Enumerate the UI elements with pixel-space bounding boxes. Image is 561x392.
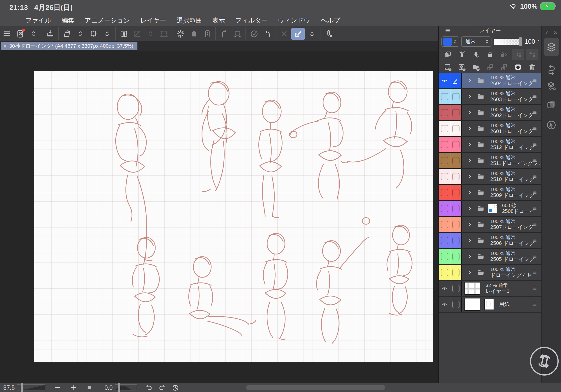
redo-icon[interactable] <box>158 383 166 392</box>
expand-chevron-icon[interactable] <box>467 94 473 100</box>
expand-chevron-icon[interactable] <box>467 109 473 116</box>
layer-row[interactable]: 100 % 通常2510 ドローイング <box>439 169 541 185</box>
layer-palette-cell-2[interactable] <box>450 185 462 200</box>
opacity-slider[interactable] <box>494 39 521 45</box>
opacity-slider-handle[interactable] <box>519 37 522 46</box>
lock-transparent-pixels-button[interactable] <box>470 49 482 60</box>
toolbar-updown-button[interactable] <box>144 27 157 40</box>
toolbar-export-tray-button[interactable] <box>43 27 57 40</box>
layer-row-menu-icon[interactable] <box>531 125 538 132</box>
toolbar-eraser-gem-button[interactable] <box>187 27 201 40</box>
toolbar-select-marquee-button[interactable] <box>157 27 171 40</box>
layer-row-main[interactable]: 100 % 通常2509 ドローイング <box>462 185 541 200</box>
layer-row-menu-icon[interactable] <box>531 157 538 163</box>
toolbar-folder-open-button[interactable] <box>60 27 74 40</box>
toolbar-updown-button[interactable] <box>74 27 87 40</box>
toolbar-check-circle-button[interactable] <box>247 27 261 40</box>
layer-palette-cell-1[interactable] <box>439 121 450 136</box>
toolbar-app-swirl-button[interactable] <box>13 27 27 40</box>
layer-row-menu-icon[interactable] <box>531 205 538 211</box>
layer-palette-cell-2[interactable] <box>450 233 462 248</box>
layer-palette-cell-2[interactable] <box>450 265 462 280</box>
menu-item-view[interactable]: 表示 <box>212 16 225 25</box>
expand-chevron-icon[interactable] <box>467 237 473 243</box>
layer-palette-cell-2[interactable] <box>450 217 462 232</box>
zoom-in-icon[interactable] <box>69 383 77 392</box>
menu-item-window[interactable]: ウィンドウ <box>278 16 310 25</box>
layer-row[interactable]: 100 % 通常2603ドローイング <box>439 89 541 105</box>
layer-row[interactable]: 100 % 通常2511ドローイングフォ <box>439 153 541 169</box>
layer-row-menu-icon[interactable] <box>531 253 538 260</box>
zoom-slider[interactable] <box>17 384 45 391</box>
layer-row-menu-icon[interactable] <box>531 93 538 100</box>
menu-item-file[interactable]: ファイル <box>25 16 52 25</box>
new-layer-button[interactable] <box>442 62 454 73</box>
layer-row[interactable]: 用紙 <box>439 297 541 313</box>
layer-row-main[interactable]: 32 % 通常レイヤー1 <box>462 281 541 296</box>
clipping-mask-button[interactable] <box>442 49 454 60</box>
layer-row-menu-icon[interactable] <box>531 301 538 307</box>
right-toolbar-layer-property-button[interactable] <box>544 78 559 94</box>
layer-palette-cell-1[interactable] <box>439 217 450 232</box>
layer-row[interactable]: 100 % 通常ドローイング４月 <box>439 265 541 281</box>
expand-chevron-icon[interactable] <box>467 77 473 84</box>
expand-chevron-icon[interactable] <box>467 253 473 260</box>
blend-mode-select[interactable]: 通常 <box>461 36 491 47</box>
layer-palette-cell-1[interactable] <box>439 137 450 152</box>
layer-palette-cell-1[interactable] <box>439 169 450 184</box>
layer-row[interactable]: 60.0線2508ドローイ <box>439 201 541 217</box>
layer-palette-cell-1[interactable] <box>439 89 450 104</box>
lock-layer-button[interactable] <box>484 49 496 60</box>
layer-mask-button[interactable] <box>512 62 524 73</box>
layer-row[interactable]: 100 % 通常2512 ドローイング <box>439 137 541 153</box>
layer-palette-cell-2[interactable] <box>450 73 462 88</box>
layer-palette-cell-2[interactable] <box>450 249 462 264</box>
delete-layer-button[interactable] <box>526 62 539 73</box>
layer-row-menu-icon[interactable] <box>531 189 538 196</box>
expand-chevron-icon[interactable] <box>467 189 473 196</box>
toolbar-main-menu-button[interactable] <box>0 27 13 40</box>
menu-item-layer[interactable]: レイヤー <box>140 16 166 25</box>
layer-palette-cell-1[interactable] <box>439 73 450 88</box>
layer-color-off-button[interactable] <box>512 49 524 60</box>
layer-row[interactable]: 32 % 通常レイヤー1 <box>439 281 541 297</box>
layer-row-menu-icon[interactable] <box>531 285 538 291</box>
menu-item-filter[interactable]: フィルター <box>235 16 268 25</box>
zoom-slider-handle[interactable] <box>21 383 23 392</box>
layer-row-main[interactable]: 100 % 通常2510 ドローイング <box>462 169 541 184</box>
layer-row-menu-icon[interactable] <box>531 141 538 148</box>
layer-row[interactable]: 100 % 通常2505 ドローイング <box>439 249 541 265</box>
toolbar-close-x-button[interactable] <box>278 27 291 40</box>
layer-row[interactable]: 100 % 通常2506 ドローイング <box>439 233 541 249</box>
expand-chevron-icon[interactable] <box>467 157 473 163</box>
zoom-out-icon[interactable] <box>53 383 61 392</box>
layer-row-main[interactable]: 用紙 <box>462 297 541 312</box>
canvas[interactable] <box>34 71 433 362</box>
layer-color-swatch-button[interactable] <box>442 36 459 47</box>
toolbar-ruler-pen-button[interactable] <box>291 28 305 40</box>
expand-chevron-icon[interactable] <box>467 142 473 148</box>
toolbar-updown-button[interactable] <box>27 27 40 40</box>
expand-chevron-icon[interactable] <box>467 126 473 132</box>
toolbar-select-lasso-button[interactable] <box>117 27 130 40</box>
toolbar-redo-curve-button[interactable] <box>217 27 231 40</box>
layer-palette-cell-2[interactable] <box>450 169 462 184</box>
layer-row-main[interactable]: 100 % 通常2507ドローイング <box>462 217 541 232</box>
layer-row-main[interactable]: 60.0線2508ドローイ <box>462 201 541 216</box>
chevron-double-right-icon[interactable] <box>552 30 559 36</box>
layer-palette-cell-2[interactable] <box>450 201 462 216</box>
layer-palette-cell-1[interactable] <box>439 201 450 216</box>
layer-palette-cell-1[interactable] <box>439 249 450 264</box>
layer-row-main[interactable]: 100 % 通常2604ドローイング <box>462 73 541 88</box>
merge-down-button[interactable] <box>497 62 510 73</box>
layer-palette-cell-1[interactable] <box>439 233 450 248</box>
layer-row-main[interactable]: 100 % 通常2506 ドローイング <box>462 233 541 248</box>
fit-icon[interactable] <box>85 383 93 392</box>
layer-palette-cell-2[interactable] <box>450 281 462 296</box>
layer-row[interactable]: 100 % 通常2509 ドローイング <box>439 185 541 201</box>
home-indicator[interactable] <box>246 385 385 390</box>
toolbar-stylus-off-button[interactable] <box>322 27 335 40</box>
toolbar-updown-button[interactable] <box>100 27 114 40</box>
menu-item-animation[interactable]: アニメーション <box>85 16 130 25</box>
toolbar-gradient-panel-button[interactable] <box>201 27 214 40</box>
